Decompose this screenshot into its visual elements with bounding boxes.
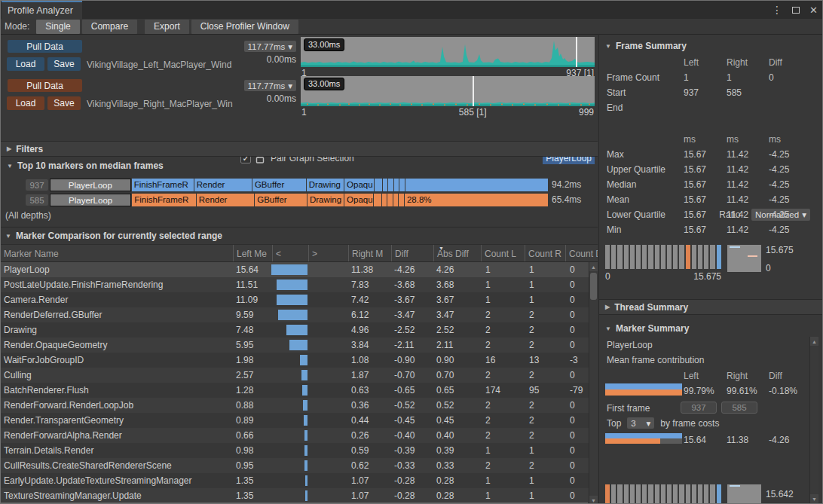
marker-segment[interactable]: PlayerLoop bbox=[50, 179, 131, 191]
frame-summary-col-headers: Left Right Diff bbox=[607, 55, 821, 70]
comparison-foldout[interactable]: ▼ Marker Comparison for currently select… bbox=[1, 227, 598, 244]
pull-data-left-button[interactable]: Pull Data bbox=[8, 40, 82, 53]
marker-segment[interactable] bbox=[393, 194, 399, 206]
column-marker-name[interactable]: Marker Name bbox=[1, 245, 233, 261]
table-row[interactable]: WaitForJobGroupID 1.98 1.08 -0.90 0.90 1… bbox=[1, 353, 589, 368]
column-left-bar[interactable]: < bbox=[272, 245, 308, 261]
table-row[interactable]: RenderForwardAlpha.Render 0.66 0.26 -0.4… bbox=[1, 428, 589, 443]
marker-segment[interactable]: FinishFrameR bbox=[132, 179, 194, 191]
table-row[interactable]: RenderDeferred.GBuffer 9.59 6.12 -3.47 3… bbox=[1, 307, 589, 322]
marker-segment[interactable] bbox=[405, 179, 548, 191]
marker-segment[interactable]: Drawing bbox=[307, 194, 344, 206]
column-abs-diff[interactable]: ▼Abs Diff bbox=[433, 245, 481, 261]
maximize-icon[interactable] bbox=[792, 7, 800, 14]
marker-summary-histogram[interactable] bbox=[605, 484, 721, 504]
scrollbar-thumb[interactable] bbox=[590, 273, 597, 300]
histogram-bar bbox=[630, 484, 635, 504]
table-row[interactable]: BatchRenderer.Flush 1.28 0.63 -0.65 0.65… bbox=[1, 383, 589, 398]
marker-segment[interactable]: Opaqu bbox=[344, 179, 374, 191]
marker-segment[interactable] bbox=[374, 194, 381, 206]
table-row[interactable]: TextureStreamingManager.Update 1.35 1.07… bbox=[1, 488, 589, 503]
save-right-button[interactable]: Save bbox=[47, 96, 81, 110]
marker-segment[interactable]: FinishFrameR bbox=[132, 194, 195, 206]
first-frame-right-button[interactable]: 585 bbox=[721, 402, 757, 414]
scroll-down-arrow[interactable]: ▼ bbox=[810, 494, 818, 503]
left-frame-graph[interactable]: 33.00ms bbox=[301, 37, 595, 67]
table-row[interactable]: PostLateUpdate.FinishFrameRendering 11.5… bbox=[1, 277, 589, 292]
marker-summary-boxplot bbox=[727, 484, 761, 504]
foldout-open-icon: ▼ bbox=[605, 325, 611, 332]
top10-left-track[interactable]: PlayerLoopFinishFrameRRenderGBufferDrawi… bbox=[50, 179, 549, 191]
marker-segment[interactable] bbox=[383, 179, 388, 191]
column-count-left[interactable]: Count L bbox=[481, 245, 525, 261]
top10-foldout[interactable]: ▼ Top 10 markers on median frames bbox=[7, 160, 164, 171]
marker-segment[interactable] bbox=[388, 179, 393, 191]
window-menu-icon[interactable]: ⋮ bbox=[772, 5, 782, 15]
tab-profile-analyzer[interactable]: Profile Analyzer bbox=[2, 1, 82, 19]
table-row[interactable]: Render.TransparentGeometry 0.89 0.44 -0.… bbox=[1, 413, 589, 428]
table-row[interactable]: Terrain.Details.Render 0.98 0.59 -0.39 0… bbox=[1, 443, 589, 458]
marker-segment[interactable]: GBuffer bbox=[255, 194, 307, 206]
marker-segment[interactable]: GBuffer bbox=[252, 179, 306, 191]
marker-summary-foldout[interactable]: ▼ Marker Summary bbox=[599, 323, 689, 334]
marker-segment[interactable] bbox=[387, 194, 393, 206]
scroll-up-arrow[interactable]: ▲ bbox=[589, 262, 598, 271]
histogram-bar bbox=[605, 484, 610, 504]
save-left-button[interactable]: Save bbox=[47, 57, 81, 71]
column-diff[interactable]: Diff bbox=[391, 245, 433, 261]
table-row[interactable]: Render.OpaqueGeometry 5.95 3.84 -2.11 2.… bbox=[1, 338, 589, 353]
table-row[interactable]: CullResults.CreateSharedRendererScene 0.… bbox=[1, 458, 589, 473]
pull-data-right-button[interactable]: Pull Data bbox=[8, 79, 82, 92]
marker-segment[interactable] bbox=[375, 179, 381, 191]
right-filename: VikingVillage_Right_MacPlayer_Win bbox=[87, 99, 233, 109]
load-left-button[interactable]: Load bbox=[7, 57, 44, 71]
marker-segment[interactable]: Render bbox=[194, 179, 252, 191]
top-count-dropdown[interactable]: 3▾ bbox=[627, 417, 654, 429]
histogram-bar bbox=[624, 484, 629, 504]
marker-segment[interactable] bbox=[399, 194, 404, 206]
close-icon[interactable]: ✕ bbox=[809, 5, 818, 15]
left-range-max-dropdown[interactable]: 117.77ms▾ bbox=[244, 41, 296, 52]
marker-segment[interactable]: PlayerLoop bbox=[50, 194, 131, 206]
load-right-button[interactable]: Load bbox=[7, 96, 44, 110]
frame-summary-histogram[interactable] bbox=[605, 245, 721, 269]
marker-segment[interactable]: Drawing bbox=[307, 179, 344, 191]
right-frame-graph[interactable]: 33.00ms bbox=[301, 76, 595, 106]
marker-segment[interactable] bbox=[394, 179, 399, 191]
mode-compare-button[interactable]: Compare bbox=[82, 20, 137, 34]
marker-segment[interactable] bbox=[399, 179, 405, 191]
first-frame-left-button[interactable]: 937 bbox=[681, 402, 717, 414]
filters-foldout[interactable]: ▶ Filters bbox=[1, 141, 598, 157]
summary-panel: ▼ Frame Summary Left Right Diff Frame Co… bbox=[598, 34, 823, 503]
table-row[interactable]: Camera.Render 11.09 7.42 -3.67 3.67 1 1 … bbox=[1, 292, 589, 307]
frame-summary-foldout[interactable]: ▼ Frame Summary bbox=[599, 41, 687, 51]
close-profiler-window-button[interactable]: Close Profiler Window bbox=[191, 20, 298, 34]
marker-segment[interactable]: 28.8% bbox=[405, 194, 548, 206]
histogram-bar bbox=[636, 484, 641, 504]
marker-segment[interactable] bbox=[382, 194, 387, 206]
summary-scrollbar[interactable]: ▲ ▼ bbox=[809, 337, 818, 503]
scroll-up-arrow[interactable]: ▲ bbox=[810, 337, 818, 346]
marker-segment[interactable]: Opaqu bbox=[344, 194, 373, 206]
histogram-bar bbox=[617, 484, 622, 504]
marker-segment[interactable]: Render bbox=[197, 194, 255, 206]
top10-right-track[interactable]: PlayerLoopFinishFrameRRenderGBufferDrawi… bbox=[50, 194, 549, 206]
column-right-median[interactable]: Right M bbox=[348, 245, 391, 261]
thread-summary-foldout[interactable]: ▶ Thread Summary bbox=[599, 299, 823, 315]
column-left-median[interactable]: Left Me bbox=[233, 245, 272, 261]
frame-937-button[interactable]: 937 bbox=[26, 179, 48, 191]
column-count-right[interactable]: Count R bbox=[525, 245, 565, 261]
mode-single-button[interactable]: Single bbox=[36, 20, 79, 34]
right-range-max-dropdown[interactable]: 117.77ms▾ bbox=[244, 80, 296, 91]
table-row[interactable]: RenderForward.RenderLoopJob 0.88 0.36 -0… bbox=[1, 398, 589, 413]
export-button[interactable]: Export bbox=[145, 20, 189, 34]
table-scrollbar[interactable]: ▲ ▼ bbox=[589, 262, 598, 504]
scroll-down-arrow[interactable]: ▼ bbox=[589, 496, 598, 504]
frame-585-button[interactable]: 585 bbox=[26, 194, 48, 206]
column-right-bar[interactable]: > bbox=[308, 245, 348, 261]
table-row[interactable]: Culling 2.57 1.87 -0.70 0.70 2 2 0 bbox=[1, 368, 589, 383]
table-row[interactable]: PlayerLoop 15.64 11.38 -4.26 4.26 1 1 0 bbox=[1, 262, 589, 277]
table-row[interactable]: EarlyUpdate.UpdateTextureStreamingManage… bbox=[1, 473, 589, 488]
column-count-delta[interactable]: Count D bbox=[565, 245, 598, 261]
table-row[interactable]: Drawing 7.48 4.96 -2.52 2.52 2 2 0 bbox=[1, 322, 589, 338]
